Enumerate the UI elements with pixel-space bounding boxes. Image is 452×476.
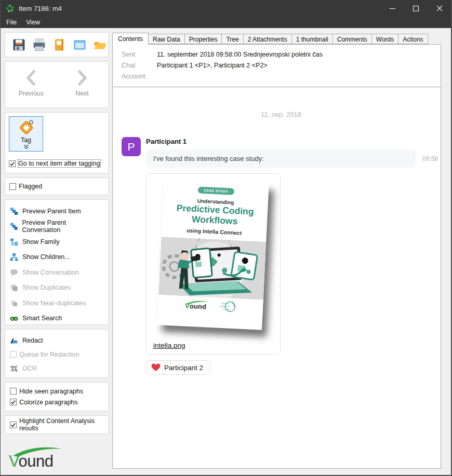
heart-icon	[151, 363, 161, 372]
checkbox-disabled	[10, 351, 17, 358]
conversation-icon	[10, 268, 18, 277]
chevron-right-icon	[76, 70, 88, 86]
double-chevron-down-icon	[23, 144, 29, 149]
message-sender: Participant 1	[146, 138, 438, 145]
sent-value: 11. september 2018 09:58:00 Srednjeevrop…	[157, 49, 323, 60]
paragraph-options-panel: Hide seen paragraphs Colorize paragraphs	[5, 382, 109, 411]
tag-panel: Tag Go to next item after tagging	[5, 112, 109, 173]
message-time: 09:58	[422, 155, 438, 162]
export-button[interactable]	[52, 38, 67, 52]
flagged-checkbox[interactable]: Flagged	[9, 183, 42, 190]
flagged-label: Flagged	[19, 183, 42, 190]
checkbox-unchecked	[10, 388, 17, 395]
cascade-icon	[10, 207, 18, 215]
close-button[interactable]	[428, 0, 451, 17]
reaction-chip[interactable]: Participant 2	[146, 360, 210, 375]
cascade-icon	[10, 222, 18, 230]
svg-text:ound: ound	[190, 302, 207, 310]
window-title: Item 7186: m4	[19, 5, 62, 12]
app-window: Item 7186: m4 File View	[0, 0, 452, 476]
children-tree-icon	[10, 253, 18, 261]
tab-words[interactable]: Words	[371, 34, 398, 44]
highlight-panel: Highlight Content Analysis results	[5, 415, 109, 434]
action-show-duplicates: Show Duplicates	[10, 280, 103, 296]
reaction-label: Participant 2	[164, 364, 203, 372]
chat-date-separator: 11. sep. 2018	[122, 111, 441, 118]
cover-subtitle: using Intella Connect	[187, 227, 242, 236]
tag-icon	[17, 119, 35, 136]
action-preview-parent-conversation[interactable]: Preview Parent Conversation	[10, 219, 103, 235]
attachment-filename-link[interactable]: intella.png	[153, 342, 185, 349]
previous-button[interactable]: Previous	[15, 70, 48, 107]
svg-text:coding: coding	[223, 308, 230, 311]
checkbox-unchecked	[9, 183, 16, 190]
tab-properties[interactable]: Properties	[184, 34, 222, 44]
action-show-children[interactable]: Show Children...	[10, 250, 103, 265]
menu-view[interactable]: View	[21, 17, 45, 28]
maximize-icon	[413, 6, 419, 11]
print-icon	[32, 38, 46, 52]
tag-button[interactable]: Tag	[9, 116, 43, 152]
item-viewer: Contents Raw Data Properties Tree 2 Atta…	[112, 32, 441, 469]
minimize-icon	[390, 6, 395, 11]
tab-raw-data[interactable]: Raw Data	[148, 34, 185, 44]
chat-view: 11. sep. 2018 P Participant 1 I've found…	[113, 111, 441, 375]
cover-badge: CASE STUDY	[198, 186, 234, 195]
action-preview-parent-item[interactable]: Preview Parent Item	[10, 203, 103, 219]
attachment-card[interactable]: CASE STUDY Understanding Predictive Codi…	[146, 173, 281, 355]
action-redact[interactable]: Redact	[10, 333, 103, 347]
avatar: P	[122, 137, 141, 156]
save-icon	[12, 38, 26, 52]
chat-account-value: Participant 1 <P1>, Participant 2 <P2>	[157, 60, 268, 82]
hide-seen-paragraphs-checkbox[interactable]: Hide seen paragraphs	[10, 388, 103, 395]
go-to-next-item-label: Go to next item after tagging	[18, 160, 100, 167]
folder-icon	[93, 38, 107, 52]
close-icon	[436, 5, 443, 11]
image-icon	[73, 38, 87, 52]
minimize-button[interactable]	[381, 0, 404, 17]
redaction-panel: Redact Queue for Redaction OCR	[5, 329, 109, 378]
tab-actions[interactable]: Actions	[398, 34, 428, 44]
duplicates-icon	[10, 283, 18, 292]
save-button[interactable]	[12, 38, 26, 52]
sent-label: Sent:	[122, 49, 157, 60]
tab-contents[interactable]: Contents	[112, 33, 149, 45]
maximize-button[interactable]	[404, 0, 428, 17]
menu-file[interactable]: File	[2, 17, 21, 28]
near-duplicates-icon	[10, 299, 18, 307]
message-bubble: I've found this interesting case study:	[146, 149, 416, 168]
cover-title-line2: Workflows	[192, 214, 238, 226]
tab-comments[interactable]: Comments	[333, 34, 372, 44]
export-icon	[52, 38, 67, 52]
item-actions-panel: Preview Parent Item Preview Parent Conve…	[5, 199, 109, 325]
queue-for-redaction-checkbox: Queue for Redaction	[10, 347, 103, 361]
action-ocr: OCR	[10, 361, 103, 375]
preview-image-button[interactable]	[73, 38, 87, 52]
attachment-image[interactable]: CASE STUDY Understanding Predictive Codi…	[157, 178, 269, 330]
tag-button-label: Tag	[21, 137, 31, 144]
next-button[interactable]: Next	[65, 70, 99, 107]
menubar: File View	[1, 17, 451, 28]
checkbox-checked	[9, 160, 16, 167]
previous-label: Previous	[19, 90, 44, 97]
chat-message: P Participant 1 I've found this interest…	[122, 137, 441, 375]
open-folder-button[interactable]	[93, 38, 107, 52]
tab-thumbnail[interactable]: 1 thumbnail	[291, 34, 333, 44]
colorize-paragraphs-checkbox[interactable]: Colorize paragraphs	[10, 399, 103, 406]
go-to-next-item-checkbox[interactable]: Go to next item after tagging	[9, 160, 104, 167]
chat-account-label: Chat Account:	[122, 60, 157, 82]
action-show-near-duplicates: Show Near-duplicates	[10, 295, 103, 311]
intella-app-icon	[6, 4, 15, 13]
tabstrip: Contents Raw Data Properties Tree 2 Atta…	[112, 32, 441, 44]
action-smart-search[interactable]: Smart Search	[10, 311, 103, 327]
print-button[interactable]	[32, 38, 46, 52]
binoculars-icon	[10, 314, 18, 322]
tab-attachments[interactable]: 2 Attachments	[243, 34, 292, 44]
highlight-content-analysis-checkbox[interactable]: Highlight Content Analysis results	[10, 417, 108, 432]
checkbox-checked	[10, 399, 17, 405]
flagged-panel: Flagged	[5, 178, 109, 195]
family-tree-icon	[10, 238, 18, 246]
ocr-icon	[10, 364, 18, 373]
action-show-family[interactable]: Show Family	[10, 234, 103, 250]
tab-tree[interactable]: Tree	[221, 34, 243, 44]
